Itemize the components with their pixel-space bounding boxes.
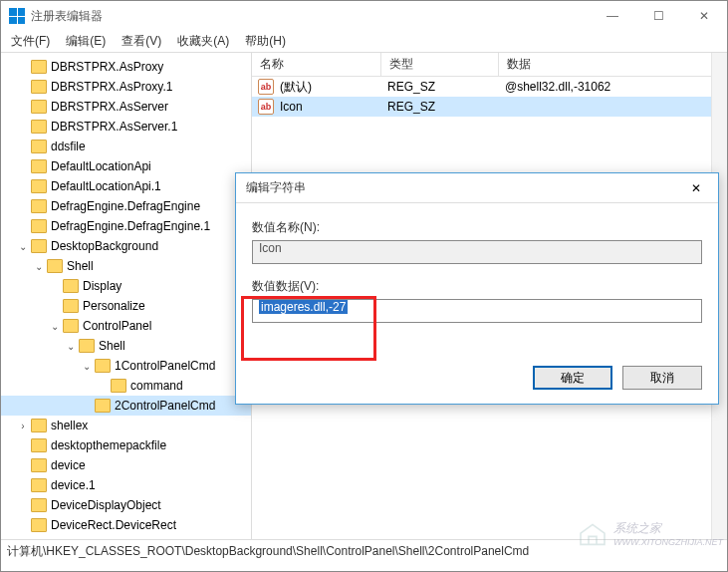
- folder-icon: [31, 140, 47, 153]
- status-path: 计算机\HKEY_CLASSES_ROOT\DesktopBackground\…: [7, 543, 529, 560]
- tree-node-label: 2ControlPanelCmd: [115, 399, 215, 413]
- tree-node-label: Shell: [67, 259, 94, 273]
- tree-node[interactable]: ddsfile: [1, 137, 251, 156]
- minimize-button[interactable]: —: [590, 1, 635, 31]
- expand-arrow-icon[interactable]: ⌄: [65, 341, 77, 352]
- folder-icon: [63, 279, 79, 293]
- tree-node[interactable]: device.1: [1, 475, 251, 495]
- tree-node-label: DefragEngine.DefragEngine: [51, 199, 200, 213]
- dialog-title: 编辑字符串: [236, 173, 718, 203]
- dialog-close-button[interactable]: ✕: [674, 173, 718, 203]
- tree-node-label: DeviceDisplayObject: [51, 498, 161, 512]
- tree-node-label: desktopthemepackfile: [51, 438, 166, 452]
- expand-arrow-icon[interactable]: ›: [17, 421, 29, 431]
- cell-type: REG_SZ: [387, 80, 505, 94]
- menu-edit[interactable]: 编辑(E): [66, 33, 106, 50]
- status-bar: 计算机\HKEY_CLASSES_ROOT\DesktopBackground\…: [1, 539, 727, 563]
- folder-icon: [31, 120, 47, 134]
- tree-node-label: Personalize: [83, 299, 145, 313]
- edit-string-dialog: 编辑字符串 ✕ 数值名称(N): Icon 数值数据(V): imageres.…: [235, 172, 719, 405]
- tree-node-label: device: [51, 458, 86, 472]
- folder-icon: [111, 379, 126, 393]
- tree-node[interactable]: DBRSTPRX.AsProxy: [1, 57, 251, 77]
- tree-node-label: Shell: [99, 339, 125, 353]
- maximize-button[interactable]: ☐: [635, 1, 681, 31]
- value-data-label: 数值数据(V):: [252, 278, 702, 295]
- tree-node[interactable]: ⌄Shell: [1, 336, 251, 356]
- value-name-label: 数值名称(N):: [252, 219, 702, 236]
- folder-icon: [31, 219, 47, 233]
- cell-name: (默认): [280, 79, 387, 96]
- tree-node-label: ControlPanel: [83, 319, 151, 333]
- tree-node-label: command: [130, 379, 183, 393]
- string-value-icon: ab: [258, 99, 274, 115]
- folder-icon: [31, 419, 47, 432]
- menu-help[interactable]: 帮助(H): [245, 33, 286, 50]
- tree-node[interactable]: DBRSTPRX.AsServer: [1, 97, 251, 117]
- tree-node[interactable]: ⌄Shell: [1, 256, 251, 276]
- folder-icon: [31, 518, 47, 532]
- expand-arrow-icon[interactable]: ⌄: [33, 261, 45, 272]
- folder-icon: [47, 259, 63, 273]
- tree-node-label: 1ControlPanelCmd: [115, 359, 215, 373]
- cell-type: REG_SZ: [387, 100, 505, 114]
- tree-node-label: shellex: [51, 419, 88, 432]
- close-button[interactable]: ✕: [681, 1, 727, 31]
- folder-icon: [31, 60, 47, 74]
- list-row[interactable]: ab(默认)REG_SZ@shell32.dll,-31062: [252, 77, 727, 97]
- menu-favorites[interactable]: 收藏夹(A): [177, 33, 229, 50]
- folder-icon: [31, 458, 47, 472]
- tree-node[interactable]: command: [1, 376, 251, 396]
- tree-node-label: DesktopBackground: [51, 239, 158, 253]
- expand-arrow-icon[interactable]: ⌄: [81, 361, 93, 372]
- expand-arrow-icon[interactable]: ⌄: [49, 321, 61, 332]
- header-data[interactable]: 数据: [499, 53, 727, 76]
- tree-node[interactable]: ⌄1ControlPanelCmd: [1, 356, 251, 376]
- tree-node[interactable]: Personalize: [1, 296, 251, 316]
- header-name[interactable]: 名称: [252, 53, 381, 76]
- menu-view[interactable]: 查看(V): [121, 33, 161, 50]
- tree-node[interactable]: ⌄DesktopBackground: [1, 236, 251, 256]
- tree-node[interactable]: DBRSTPRX.AsProxy.1: [1, 77, 251, 97]
- menu-bar: 文件(F) 编辑(E) 查看(V) 收藏夹(A) 帮助(H): [1, 31, 727, 53]
- folder-icon: [95, 399, 111, 413]
- folder-icon: [31, 239, 47, 253]
- tree-node[interactable]: 2ControlPanelCmd: [1, 396, 251, 416]
- tree-node[interactable]: DBRSTPRX.AsServer.1: [1, 117, 251, 137]
- tree-node[interactable]: DefaultLocationApi.1: [1, 176, 251, 196]
- tree-node-label: DeviceRect.DeviceRect: [51, 518, 176, 532]
- menu-file[interactable]: 文件(F): [11, 33, 50, 50]
- tree-node[interactable]: desktopthemepackfile: [1, 435, 251, 455]
- tree-node[interactable]: DefragEngine.DefragEngine.1: [1, 216, 251, 236]
- cancel-button[interactable]: 取消: [622, 366, 702, 390]
- window-title: 注册表编辑器: [31, 8, 590, 25]
- tree-node-label: ddsfile: [51, 140, 86, 153]
- list-header: 名称 类型 数据: [252, 53, 727, 77]
- string-value-icon: ab: [258, 79, 274, 95]
- tree-node-label: DBRSTPRX.AsServer.1: [51, 120, 177, 134]
- tree-node-label: DBRSTPRX.AsServer: [51, 100, 168, 114]
- tree-node-label: DBRSTPRX.AsProxy: [51, 60, 163, 74]
- tree-node[interactable]: DeviceRect.DeviceRect: [1, 515, 251, 535]
- folder-icon: [31, 159, 47, 173]
- tree-node[interactable]: device: [1, 455, 251, 475]
- folder-icon: [31, 438, 47, 452]
- expand-arrow-icon[interactable]: ⌄: [17, 241, 29, 252]
- tree-node[interactable]: DefragEngine.DefragEngine: [1, 196, 251, 216]
- ok-button[interactable]: 确定: [533, 366, 612, 390]
- tree-node-label: Display: [83, 279, 121, 293]
- tree-node-label: DefaultLocationApi: [51, 159, 151, 173]
- folder-icon: [31, 498, 47, 512]
- tree-node[interactable]: DeviceDisplayObject: [1, 495, 251, 515]
- folder-icon: [63, 319, 79, 333]
- registry-tree[interactable]: DBRSTPRX.AsProxyDBRSTPRX.AsProxy.1DBRSTP…: [1, 53, 252, 539]
- tree-node[interactable]: ›shellex: [1, 416, 251, 435]
- tree-node[interactable]: DefaultLocationApi: [1, 156, 251, 176]
- tree-node[interactable]: Display: [1, 276, 251, 296]
- tree-node[interactable]: ⌄ControlPanel: [1, 316, 251, 336]
- header-type[interactable]: 类型: [381, 53, 499, 76]
- value-data-field[interactable]: imageres.dll,-27: [252, 299, 702, 323]
- folder-icon: [31, 179, 47, 193]
- value-data-text: imageres.dll,-27: [259, 300, 348, 314]
- list-row[interactable]: abIconREG_SZ: [252, 97, 727, 117]
